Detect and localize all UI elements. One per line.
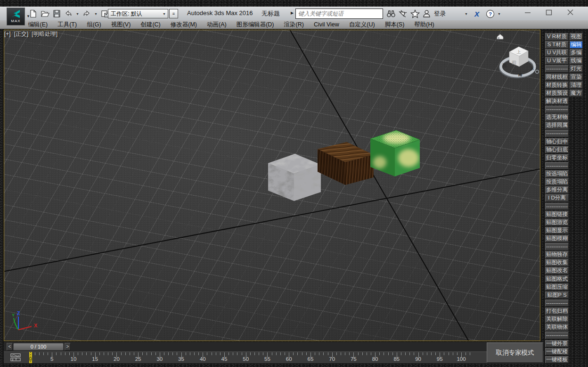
sidebar-button-关联物体[interactable]: 关联物体 [545,324,569,331]
menu-自定义(U)[interactable]: 自定义(U) [344,20,380,29]
sidebar-button-一键外景[interactable]: 一键外景 [545,340,569,348]
prev-frame-button[interactable]: < [7,343,13,350]
sidebar-button-一键配楼[interactable]: 一键配楼 [545,348,569,356]
viewcube[interactable]: 上 前 南 东 西 [497,34,539,77]
menu-视图(V)[interactable]: 视图(V) [106,20,136,29]
open-file-icon[interactable] [41,9,49,18]
viewcube-south-label[interactable]: 南 [518,72,523,77]
sidebar-separator[interactable]: ------------ [545,203,569,210]
sidebar-button-U V共联[interactable]: U V共联 [545,49,569,57]
sidebar-button-轴心归中[interactable]: 轴心归中 [545,138,569,146]
maximize-button[interactable] [546,9,552,16]
menu-帮助(H)[interactable]: 帮助(H) [409,20,439,29]
sidebar-button-贴图收集[interactable]: 贴图收集 [545,259,569,267]
sidebar-button-贴图链接[interactable]: 贴图链接 [545,211,569,218]
undo-icon[interactable] [64,9,73,18]
sidebar-button-I D分离[interactable]: I D分离 [545,194,569,202]
undo-history-caret[interactable]: ▼ [76,12,79,16]
track-bar[interactable]: 0510152025303540455055606570758085909510… [4,351,544,363]
sidebar-button-解决材透[interactable]: 解决材透 [545,98,569,105]
sidebar-button-贴图模糊[interactable]: 贴图模糊 [545,235,569,242]
sidebar-button-贴图游览[interactable]: 贴图游览 [545,219,569,226]
sidebar-tab-视图[interactable]: 视图 [570,33,583,41]
menu-修改器(M)[interactable]: 修改器(M) [165,20,202,29]
sidebar-button-轴心归底[interactable]: 轴心归底 [545,146,569,154]
sidebar-button-同材线框[interactable]: 同材线框 [545,74,569,81]
login-caret-icon[interactable]: ▼ [465,12,468,16]
max-logo-button[interactable]: MAX [7,8,25,25]
redo-icon[interactable] [82,9,91,18]
viewport[interactable]: 上 前 南 东 西 Z X Y [+] [4,30,540,341]
sidebar-tab-多编[interactable]: 多编 [570,49,583,57]
sidebar-button-贴物独存[interactable]: 贴物独存 [545,251,569,259]
sidebar-tab-魔方[interactable]: 魔方 [570,90,583,97]
menu-组(G)[interactable]: 组(G) [82,20,106,29]
sidebar-separator[interactable]: ------------ [545,332,569,339]
help-caret-icon[interactable]: ▼ [498,12,501,16]
search-binoculars-icon[interactable] [386,9,396,18]
new-file-icon[interactable] [29,9,37,18]
wood-cube[interactable] [318,142,374,185]
close-button[interactable] [567,9,574,16]
sidebar-tab-宣染[interactable]: 宣染 [570,74,583,81]
sidebar-button-材质转换[interactable]: 材质转换 [545,82,569,89]
green-camo-cube[interactable] [370,130,420,176]
sidebar-button-多维分离[interactable]: 多维分离 [545,186,569,194]
sidebar-button-按质塌陷[interactable]: 按质塌陷 [545,178,569,186]
exit-expert-mode-button[interactable]: 取消专家模式 [487,342,543,363]
redo-history-caret[interactable]: ▼ [94,12,98,16]
sidebar-button-贴图显示[interactable]: 贴图显示 [545,227,569,234]
sidebar-button-贴图P S[interactable]: 贴图P S [545,292,569,299]
menu-图形编辑器(D)[interactable]: 图形编辑器(D) [231,20,279,29]
viewcube-west-label[interactable]: 西 [503,63,507,68]
marble-cube[interactable] [266,152,323,204]
workspace-dropdown[interactable]: 工作区: 默认 ▼ [108,9,168,18]
time-slider-handle[interactable]: 0 / 100 [13,343,64,350]
menu-工具(T)[interactable]: 工具(T) [53,20,82,29]
sidebar-separator[interactable]: ------------ [545,106,569,113]
sidebar-button-贴图格式[interactable]: 贴图格式 [545,275,569,283]
sidebar-tab-清理[interactable]: 清理 [570,82,583,89]
sidebar-separator[interactable]: ------------ [545,162,569,170]
exchange-apps-icon[interactable]: X [474,10,478,18]
search-input[interactable]: 键入关键字或短语 [295,8,383,19]
menu-编辑(E)[interactable]: 编辑(E) [23,20,53,29]
sidebar-button-选择同属[interactable]: 选择同属 [545,122,569,129]
sidebar-button-选无材物[interactable]: 选无材物 [545,114,569,121]
sidebar-button-S T材质[interactable]: S T材质 [545,41,569,49]
sidebar-button-关联解除[interactable]: 关联解除 [545,316,569,323]
sidebar-button-贴图改名[interactable]: 贴图改名 [545,267,569,275]
login-button[interactable]: 登录 [434,10,446,18]
mini-curve-editor-icon[interactable] [10,353,22,361]
sidebar-button-一键楼板[interactable]: 一键楼板 [545,356,569,364]
sidebar-tab-编辑[interactable]: 编辑 [570,41,583,49]
sidebar-separator[interactable]: ------------ [545,130,569,137]
viewcube-roll-icon[interactable] [536,70,539,74]
communication-center-icon[interactable] [399,9,408,18]
workspace-menu-button[interactable]: ≡ [169,9,178,18]
menu-创建(C)[interactable]: 创建(C) [136,20,165,29]
sidebar-button-V R材质[interactable]: V R材质 [545,33,569,41]
sidebar-button-归零坐标[interactable]: 归零坐标 [545,154,569,162]
sidebar-tab-线编[interactable]: 线编 [570,57,583,65]
sidebar-separator[interactable]: ------------ [545,65,569,73]
save-icon[interactable] [53,9,61,18]
favorites-star-icon[interactable] [410,9,420,18]
next-frame-button[interactable]: > [65,343,71,350]
menu-Civil View[interactable]: Civil View [309,20,344,29]
viewcube-home-icon[interactable] [497,34,503,40]
search-expand-icon[interactable]: ▶ [291,11,294,15]
menu-动画(A)[interactable]: 动画(A) [202,20,231,29]
menu-渲染(R)[interactable]: 渲染(R) [279,20,309,29]
minimize-button[interactable] [524,9,531,16]
menu-脚本(S)[interactable]: 脚本(S) [380,20,409,29]
user-icon[interactable] [423,9,431,18]
sidebar-button-按选塌陷[interactable]: 按选塌陷 [545,170,569,178]
sidebar-tab-灯光[interactable]: 灯光 [570,65,583,73]
sidebar-button-打包归档[interactable]: 打包归档 [545,308,569,315]
logo-caret-icon[interactable]: ▼ [26,14,30,18]
sidebar-button-材质预设[interactable]: 材质预设 [545,90,569,97]
help-icon[interactable]: ? [486,9,495,18]
viewcube-east-label[interactable]: 东 [530,66,534,71]
sidebar-separator[interactable]: ------------ [545,243,569,250]
